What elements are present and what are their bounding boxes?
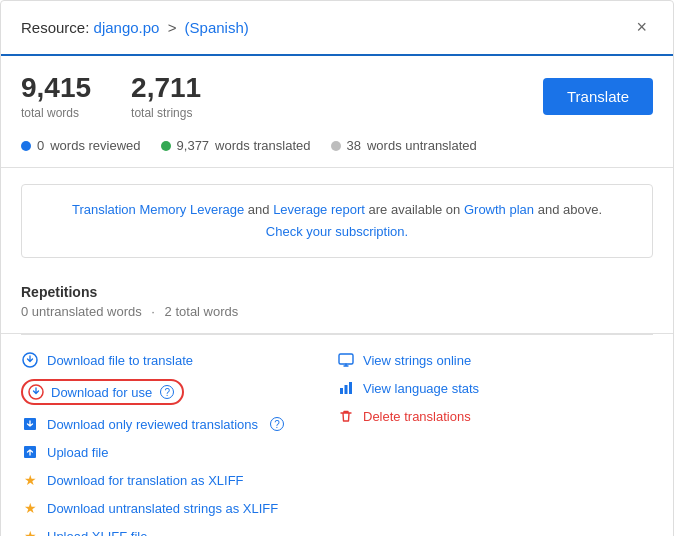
total-words-count: 2 bbox=[165, 304, 172, 319]
repetitions-section: Repetitions 0 untranslated words · 2 tot… bbox=[1, 274, 673, 334]
download-for-use-encircled[interactable]: Download for use ? bbox=[21, 379, 184, 405]
repetitions-subtitle: 0 untranslated words · 2 total words bbox=[21, 304, 653, 319]
total-strings-number: 2,711 bbox=[131, 72, 201, 104]
untranslated-words-label: untranslated words bbox=[32, 304, 142, 319]
svg-rect-4 bbox=[339, 354, 353, 364]
total-words-number: 9,415 bbox=[21, 72, 91, 104]
download-for-use-icon bbox=[27, 383, 45, 401]
view-strings-link[interactable]: View strings online bbox=[337, 351, 653, 369]
download-file-label: Download file to translate bbox=[47, 353, 193, 368]
resource-label: Resource: bbox=[21, 19, 89, 36]
info-middle: are available on bbox=[369, 202, 464, 217]
download-for-use-label: Download for use bbox=[51, 385, 152, 400]
untranslated-label: words untranslated bbox=[367, 138, 477, 153]
star-icon-xliff: ★ bbox=[21, 471, 39, 489]
total-words-label: total words bbox=[175, 304, 238, 319]
total-strings-block: 2,711 total strings bbox=[131, 72, 201, 120]
dot-translated bbox=[161, 141, 171, 151]
download-file-link[interactable]: Download file to translate bbox=[21, 351, 337, 369]
rep-separator: · bbox=[151, 304, 155, 319]
view-stats-label: View language stats bbox=[363, 381, 479, 396]
repetitions-title: Repetitions bbox=[21, 284, 653, 300]
growth-plan-link[interactable]: Growth plan bbox=[464, 202, 534, 217]
upload-xliff-label: Upload XLIFF file bbox=[47, 529, 147, 536]
download-xliff-link[interactable]: ★ Download for translation as XLIFF bbox=[21, 471, 337, 489]
bar-chart-icon bbox=[337, 379, 355, 397]
download-reviewed-label: Download only reviewed translations bbox=[47, 417, 258, 432]
modal-container: Resource: django.po > (Spanish) × 9,415 … bbox=[0, 0, 674, 536]
language-link[interactable]: (Spanish) bbox=[185, 19, 249, 36]
reviewed-count: 0 bbox=[37, 138, 44, 153]
check-subscription-link[interactable]: Check your subscription. bbox=[266, 224, 408, 239]
upload-file-label: Upload file bbox=[47, 445, 108, 460]
translated-count: 9,377 bbox=[177, 138, 210, 153]
breadcrumb-separator: > bbox=[168, 19, 177, 36]
upload-icon bbox=[21, 443, 39, 461]
view-strings-label: View strings online bbox=[363, 353, 471, 368]
actions-right-column: View strings online View language stats bbox=[337, 351, 653, 536]
legend-translated: 9,377 words translated bbox=[161, 138, 311, 153]
download-untranslated-xliff-label: Download untranslated strings as XLIFF bbox=[47, 501, 278, 516]
star-icon-upload-xliff: ★ bbox=[21, 527, 39, 536]
leverage-report-link[interactable]: Leverage report bbox=[273, 202, 365, 217]
actions-left-column: Download file to translate Download for … bbox=[21, 351, 337, 536]
download-reviewed-link[interactable]: Download only reviewed translations ? bbox=[21, 415, 337, 433]
info-end: and above. bbox=[538, 202, 602, 217]
untranslated-words-count: 0 bbox=[21, 304, 28, 319]
dot-untranslated bbox=[331, 141, 341, 151]
help-icon-reviewed[interactable]: ? bbox=[270, 417, 284, 431]
modal-title: Resource: django.po > (Spanish) bbox=[21, 19, 249, 36]
dot-reviewed bbox=[21, 141, 31, 151]
actions-section: Download file to translate Download for … bbox=[1, 335, 673, 536]
download-for-use-link[interactable]: Download for use ? bbox=[21, 379, 337, 405]
svg-rect-7 bbox=[349, 382, 352, 394]
translate-button[interactable]: Translate bbox=[543, 78, 653, 115]
delete-translations-label: Delete translations bbox=[363, 409, 471, 424]
resource-link[interactable]: django.po bbox=[94, 19, 160, 36]
close-button[interactable]: × bbox=[630, 15, 653, 40]
help-icon-download-use[interactable]: ? bbox=[160, 385, 174, 399]
untranslated-count: 38 bbox=[347, 138, 361, 153]
svg-rect-6 bbox=[345, 385, 348, 394]
info-box: Translation Memory Leverage and Leverage… bbox=[21, 184, 653, 258]
star-icon-untranslated-xliff: ★ bbox=[21, 499, 39, 517]
legend-untranslated: 38 words untranslated bbox=[331, 138, 477, 153]
translated-label: words translated bbox=[215, 138, 310, 153]
download-circle-icon bbox=[21, 351, 39, 369]
total-words-block: 9,415 total words bbox=[21, 72, 91, 120]
legend-row: 0 words reviewed 9,377 words translated … bbox=[1, 130, 673, 168]
legend-reviewed: 0 words reviewed bbox=[21, 138, 141, 153]
stats-section: 9,415 total words 2,711 total strings Tr… bbox=[1, 56, 673, 130]
upload-xliff-link[interactable]: ★ Upload XLIFF file bbox=[21, 527, 337, 536]
svg-rect-5 bbox=[340, 388, 343, 394]
total-strings-label: total strings bbox=[131, 106, 201, 120]
download-reviewed-icon bbox=[21, 415, 39, 433]
view-stats-link[interactable]: View language stats bbox=[337, 379, 653, 397]
trash-icon bbox=[337, 407, 355, 425]
modal-header: Resource: django.po > (Spanish) × bbox=[1, 1, 673, 56]
delete-translations-link[interactable]: Delete translations bbox=[337, 407, 653, 425]
upload-file-link[interactable]: Upload file bbox=[21, 443, 337, 461]
info-and: and bbox=[248, 202, 273, 217]
total-words-label: total words bbox=[21, 106, 91, 120]
monitor-icon bbox=[337, 351, 355, 369]
reviewed-label: words reviewed bbox=[50, 138, 140, 153]
download-xliff-label: Download for translation as XLIFF bbox=[47, 473, 244, 488]
translation-memory-link[interactable]: Translation Memory Leverage bbox=[72, 202, 244, 217]
download-untranslated-xliff-link[interactable]: ★ Download untranslated strings as XLIFF bbox=[21, 499, 337, 517]
